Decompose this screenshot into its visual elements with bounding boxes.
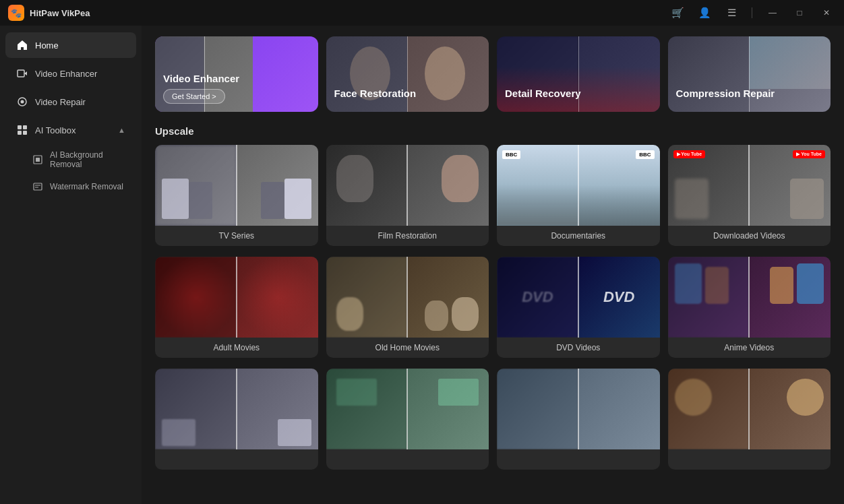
- sidebar-item-video-repair[interactable]: Video Repair: [5, 89, 136, 115]
- adult-movies-label: Adult Movies: [155, 338, 318, 358]
- feature-card-compression-repair[interactable]: Compression Repair: [668, 36, 831, 112]
- feature-card-detail-recovery[interactable]: Detail Recovery: [497, 36, 660, 112]
- use-cases-grid-2: Adult Movies Old Home Movies: [155, 257, 831, 358]
- documentaries-label: Documentaries: [497, 226, 660, 246]
- titlebar-divider: [752, 7, 752, 18]
- tv-series-label: TV Series: [155, 226, 318, 246]
- card-tv-series[interactable]: TV Series: [155, 145, 318, 246]
- app-body: Home Video Enhancer Video Repair: [0, 26, 844, 504]
- feature-cards: Video Enhancer Get Started > Face Restor…: [155, 36, 831, 112]
- sidebar-video-enhancer-label: Video Enhancer: [35, 69, 97, 79]
- adult-movies-image: [155, 257, 318, 338]
- downloaded-image: ▶ You Tube ▶ You Tube: [668, 145, 831, 226]
- sidebar-video-repair-label: Video Repair: [35, 97, 86, 107]
- dvd-image: DVD DVD: [497, 257, 660, 338]
- row3-divider-2: [406, 369, 408, 449]
- row3-divider-1: [236, 369, 237, 449]
- row3-img-2: [326, 369, 489, 449]
- downloaded-videos-label: Downloaded Videos: [668, 226, 831, 246]
- video-enhancer-icon: [16, 67, 28, 80]
- card-documentaries[interactable]: BBC BBC Documentaries: [497, 145, 660, 246]
- old-home-divider: [406, 257, 408, 338]
- row3-divider-3: [578, 369, 579, 449]
- film-restoration-image: [326, 145, 489, 226]
- card-old-home-movies[interactable]: Old Home Movies: [326, 257, 489, 358]
- card-anime-videos[interactable]: Anime Videos: [668, 257, 831, 358]
- main-content: Video Enhancer Get Started > Face Restor…: [142, 26, 844, 504]
- toolbox-collapse-icon: ▲: [118, 126, 125, 134]
- old-home-movies-label: Old Home Movies: [326, 338, 489, 358]
- dvd-divider: [578, 257, 579, 338]
- watermark-removal-label: Watermark Removal: [50, 182, 123, 191]
- card-row3-4-label: [668, 449, 831, 470]
- ai-toolbox-icon: [16, 124, 28, 136]
- svg-point-3: [21, 100, 24, 104]
- titlebar-controls: 🛒 👤 ☰ — □ ✕: [668, 3, 836, 22]
- tv-series-image: [155, 145, 318, 226]
- account-button[interactable]: 👤: [695, 3, 714, 22]
- row3-img-1: [155, 369, 318, 449]
- svg-rect-6: [18, 131, 22, 135]
- row3-img-4: [668, 369, 831, 449]
- card-row3-4[interactable]: [668, 369, 831, 470]
- watermark-removal-icon: [32, 181, 43, 192]
- film-restoration-label: Film Restoration: [326, 226, 489, 246]
- docs-divider: [578, 145, 579, 226]
- card-row3-1-label: [155, 449, 318, 470]
- card-row3-1[interactable]: [155, 369, 318, 470]
- anime-divider: [748, 257, 750, 338]
- card-dvd-videos[interactable]: DVD DVD DVD Videos: [497, 257, 660, 358]
- film-divider: [406, 145, 408, 226]
- feature-card-face-restoration[interactable]: Face Restoration: [326, 36, 489, 112]
- feature-card-enhancer-title: Video Enhancer: [163, 73, 310, 85]
- documentaries-image: BBC BBC: [497, 145, 660, 226]
- svg-rect-5: [23, 125, 27, 129]
- menu-button[interactable]: ☰: [722, 3, 741, 22]
- card-row3-2[interactable]: [326, 369, 489, 470]
- downloaded-divider: [748, 145, 750, 226]
- row3-divider-4: [748, 369, 750, 449]
- dvd-videos-label: DVD Videos: [497, 338, 660, 358]
- svg-rect-7: [23, 131, 27, 135]
- feature-card-video-enhancer[interactable]: Video Enhancer Get Started >: [155, 36, 318, 112]
- tv-series-divider: [236, 145, 237, 226]
- card-row3-3[interactable]: [497, 369, 660, 470]
- anime-videos-label: Anime Videos: [668, 338, 831, 358]
- upscale-grid: TV Series Film Restoration: [155, 145, 831, 246]
- card-film-restoration[interactable]: Film Restoration: [326, 145, 489, 246]
- bg-removal-icon: [32, 154, 43, 165]
- close-button[interactable]: ✕: [817, 3, 836, 22]
- sidebar-home-label: Home: [35, 40, 59, 51]
- card-adult-movies[interactable]: Adult Movies: [155, 257, 318, 358]
- svg-rect-9: [36, 158, 40, 162]
- logo-icon: 🐾: [8, 5, 24, 21]
- card-row3-2-label: [326, 449, 489, 470]
- row3-img-3: [497, 369, 660, 449]
- anime-image: [668, 257, 831, 338]
- home-icon: [16, 39, 28, 51]
- app-logo: 🐾 HitPaw VikPea: [8, 5, 668, 21]
- svg-rect-0: [18, 70, 24, 77]
- video-repair-icon: [16, 96, 28, 108]
- card-row3-3-label: [497, 449, 660, 470]
- maximize-button[interactable]: □: [790, 3, 809, 22]
- feature-card-enhancer-btn[interactable]: Get Started >: [163, 89, 225, 104]
- cart-button[interactable]: 🛒: [668, 3, 687, 22]
- feature-card-enhancer-content: Video Enhancer Get Started >: [155, 65, 318, 112]
- ai-toolbox-label: AI Toolbox: [35, 125, 76, 135]
- bg-removal-label: AI Background Removal: [50, 150, 125, 169]
- app-title: HitPaw VikPea: [30, 8, 90, 18]
- sidebar-item-ai-toolbox[interactable]: AI Toolbox ▲: [5, 117, 136, 143]
- svg-rect-10: [34, 183, 42, 190]
- old-home-movies-image: [326, 257, 489, 338]
- sidebar: Home Video Enhancer Video Repair: [0, 26, 142, 504]
- sidebar-item-home[interactable]: Home: [5, 32, 136, 58]
- sidebar-item-video-enhancer[interactable]: Video Enhancer: [5, 61, 136, 86]
- sidebar-item-bg-removal[interactable]: AI Background Removal: [5, 145, 136, 175]
- titlebar: 🐾 HitPaw VikPea 🛒 👤 ☰ — □ ✕: [0, 0, 844, 26]
- card-downloaded-videos[interactable]: ▶ You Tube ▶ You Tube Downloaded Videos: [668, 145, 831, 246]
- upscale-section-title: Upscale: [155, 125, 831, 137]
- sidebar-item-watermark-removal[interactable]: Watermark Removal: [5, 176, 136, 197]
- minimize-button[interactable]: —: [763, 3, 782, 22]
- adult-movies-divider: [236, 257, 237, 338]
